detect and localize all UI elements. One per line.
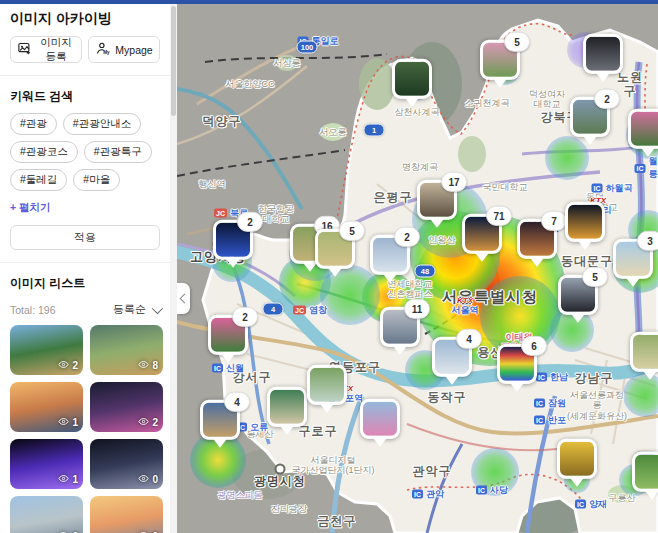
person-icon: My — [95, 41, 110, 58]
map-label-place: 서삼릉 — [274, 58, 301, 68]
expand-link[interactable]: + 펼치기 — [0, 191, 170, 215]
ic-badge: IC — [412, 490, 423, 499]
photo-marker-rainbow-fountain[interactable]: 6 — [497, 344, 537, 384]
ic-badge: IC — [476, 486, 487, 495]
marker-pointer — [328, 268, 342, 277]
map-label-place: 한국항공 대학교 — [258, 204, 294, 225]
apply-button[interactable]: 적용 — [10, 225, 160, 250]
list-thumbnail-night-dome-city[interactable]: 2 — [90, 382, 163, 432]
keyword-tag[interactable]: #관광 — [10, 113, 57, 135]
photo-marker-riverside-park[interactable]: 5 — [315, 229, 355, 269]
marker-photo — [267, 387, 307, 427]
photo-marker-pink-sculpture-park[interactable] — [360, 399, 400, 439]
jc-badge: JC — [214, 209, 227, 218]
keyword-tag[interactable]: #관광안내소 — [63, 113, 141, 135]
image-plus-icon — [17, 41, 32, 58]
photo-marker-rose-garden[interactable] — [628, 109, 658, 149]
sidebar-collapse-handle[interactable] — [177, 283, 190, 314]
mypage-button[interactable]: My Mypage — [88, 36, 160, 63]
marker-pointer — [643, 371, 657, 380]
map-label-place: 잔디광장 — [271, 504, 307, 514]
marker-count-badge: 2 — [232, 307, 258, 327]
map-label-district: 구로구 — [299, 425, 338, 439]
keyword-tag[interactable]: #관광특구 — [84, 141, 152, 163]
map-label-district: 동작구 — [428, 391, 467, 405]
marker-photo — [628, 109, 658, 149]
keyword-tag[interactable]: #관광코스 — [10, 141, 78, 163]
road-shield: 100 — [297, 41, 318, 54]
map-label-place: 서오릉 — [320, 127, 347, 137]
list-thumbnail-amusement-park-aerial[interactable]: 8 — [90, 325, 163, 375]
view-count-value: 0 — [152, 474, 158, 485]
photo-marker-zoo-forest[interactable] — [392, 59, 432, 99]
keyword-tag[interactable]: #둘레길 — [10, 169, 67, 191]
photo-marker-ginkgo-lane[interactable] — [557, 439, 597, 479]
marker-pointer — [493, 79, 507, 88]
marker-pointer — [213, 439, 227, 448]
photo-marker-pink-flowers[interactable]: 2 — [208, 315, 248, 355]
list-thumbnail-sunset-panorama[interactable]: 0 — [90, 496, 163, 533]
list-thumbnail-sunset-bridge[interactable]: 1 — [10, 382, 83, 432]
photo-marker-bridge-road[interactable]: 2 — [370, 235, 410, 275]
sidebar-actions: 이미지 등록 My Mypage — [0, 36, 170, 63]
marker-count-badge: 4 — [224, 392, 250, 412]
interchange-label: IC관악 — [412, 488, 444, 501]
photo-marker-beach-sea[interactable]: 3 — [613, 239, 653, 279]
map-label-district: 관악구 — [413, 465, 452, 479]
map-label-district: 노원구 — [616, 71, 644, 99]
image-register-button[interactable]: 이미지 등록 — [10, 36, 82, 63]
view-count: 0 — [138, 473, 158, 486]
view-count-value: 1 — [72, 417, 78, 428]
list-thumbnail-purple-laser-show[interactable]: 1 — [10, 439, 83, 489]
map-label-purple: 광명스피돔 — [218, 490, 263, 500]
photo-marker-city-street[interactable]: 11 — [380, 307, 420, 347]
interchange-name: 반포 — [548, 414, 566, 427]
interchange-name: 오류 — [250, 421, 268, 434]
list-thumbnail-tower-plaza-day[interactable]: 0 — [10, 496, 83, 533]
scrollbar-thumb[interactable] — [171, 6, 176, 116]
photo-marker-river-sky[interactable]: 4 — [432, 337, 472, 377]
image-register-label: 이미지 등록 — [37, 36, 75, 64]
keyword-tags: #관광#관광안내소#관광코스#관광특구#둘레길#마을 — [0, 113, 170, 191]
photo-marker-park-stream[interactable] — [307, 365, 347, 405]
interchange-name: 양재 — [589, 498, 607, 511]
sort-dropdown[interactable]: 등록순 — [113, 302, 160, 317]
marker-count-badge: 5 — [339, 221, 365, 241]
eye-icon — [58, 473, 69, 486]
photo-marker-night-market[interactable]: 7 — [517, 219, 557, 259]
list-thumbnail-night-spotlights[interactable]: 0 — [90, 439, 163, 489]
top-accent-bar — [0, 0, 658, 4]
view-count-value: 2 — [72, 360, 78, 371]
map-label-district: 금천구 — [318, 515, 357, 529]
photo-marker-night-lights[interactable]: 2 — [213, 220, 253, 260]
photo-marker-corridor[interactable]: 17 — [417, 180, 457, 220]
view-count-value: 1 — [72, 474, 78, 485]
photo-marker-night-bridge[interactable]: 71 — [462, 214, 502, 254]
photo-marker-mountain-view[interactable]: 2 — [570, 97, 610, 137]
photo-marker-harbor-boats[interactable]: 4 — [200, 400, 240, 440]
list-thumbnail-stream-park[interactable]: 2 — [10, 325, 83, 375]
interchange-label: IC월릉 — [635, 155, 658, 181]
interchange-label: IC한남 — [536, 371, 568, 384]
marker-photo — [307, 365, 347, 405]
photo-marker-eagle-statue[interactable]: 5 — [558, 275, 598, 315]
photo-marker-green-park[interactable] — [632, 452, 658, 492]
marker-pointer — [645, 491, 658, 500]
view-count: 8 — [138, 359, 158, 372]
photo-marker-night-cityscape[interactable] — [565, 202, 605, 242]
photo-marker-baseball-stadium[interactable] — [267, 387, 307, 427]
keyword-tag[interactable]: #마을 — [73, 169, 120, 191]
map-label-district: 강남구 — [575, 372, 614, 386]
photo-marker-corner-park[interactable] — [630, 332, 658, 372]
sidebar-scrollbar[interactable] — [170, 4, 177, 533]
marker-count-badge: 11 — [404, 299, 430, 319]
cityhall-dot — [275, 464, 286, 475]
photo-marker-flower-garden[interactable]: 5 — [480, 40, 520, 80]
keyword-search-title: 키워드 검색 — [0, 76, 170, 113]
map-canvas[interactable]: 고양시청덕양구은평구노원구강북구성북구동대문구서울특별시청강서구영등포구동작구구… — [177, 4, 658, 533]
map-label-city: 광명시청 — [254, 475, 306, 489]
interchange-name: 월릉 — [649, 155, 658, 181]
eye-icon — [58, 416, 69, 429]
marker-pointer — [373, 438, 387, 447]
photo-marker-statue-bust[interactable] — [583, 34, 623, 74]
